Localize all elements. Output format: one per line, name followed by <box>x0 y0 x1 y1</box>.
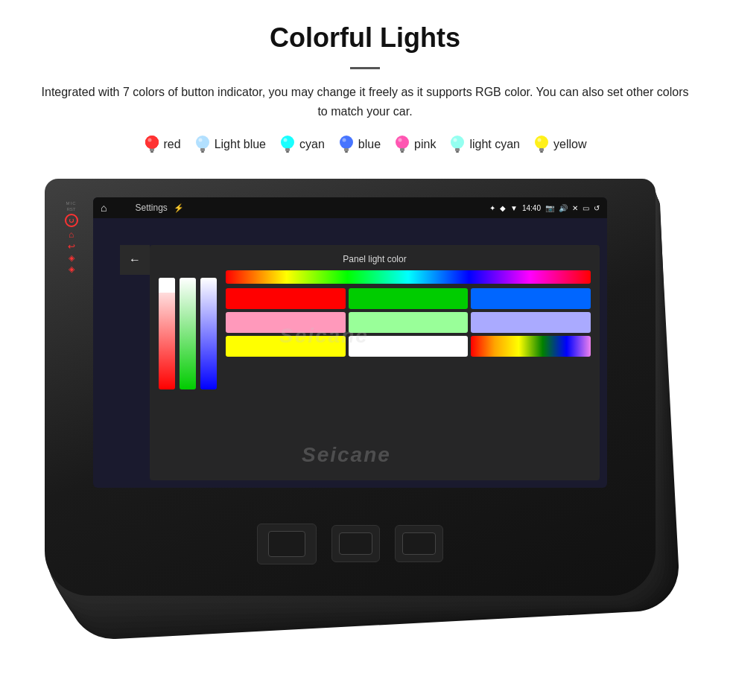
vol-up-red[interactable]: ◈ <box>51 253 92 263</box>
connector-right <box>395 525 443 562</box>
swatch-green[interactable] <box>349 288 469 309</box>
back-button-red[interactable]: ↩ <box>51 241 92 252</box>
svg-rect-7 <box>200 148 205 151</box>
svg-rect-28 <box>540 151 543 153</box>
svg-rect-11 <box>285 148 290 151</box>
svg-point-18 <box>396 136 409 149</box>
dialog-content <box>159 270 591 471</box>
color-label-blue: blue <box>358 138 381 151</box>
device-screen: ⌂ Settings ⚡ ✦ ◆ ▼ 14:40 📷 🔊 ✕ ▭ <box>93 197 607 488</box>
lightcyan-bulb-icon <box>449 134 466 155</box>
device-bottom-connectors <box>164 514 536 573</box>
color-label-yellow: yellow <box>553 138 586 151</box>
blue-slider[interactable] <box>200 278 217 389</box>
svg-rect-8 <box>201 151 204 153</box>
swatch-lightblue[interactable] <box>471 312 591 333</box>
color-label-red: red <box>164 138 181 151</box>
color-item-red: red <box>144 134 181 155</box>
swatch-yellow[interactable] <box>226 336 346 357</box>
svg-point-14 <box>340 136 353 149</box>
svg-rect-20 <box>401 151 404 153</box>
color-item-lightcyan: light cyan <box>449 134 520 155</box>
settings-title-bar: Settings <box>135 203 167 213</box>
red-slider[interactable] <box>159 278 175 389</box>
time-display: 14:40 <box>522 204 541 212</box>
svg-rect-15 <box>344 148 349 151</box>
color-label-cyan: cyan <box>299 138 325 151</box>
color-item-pink: pink <box>394 134 436 155</box>
svg-rect-3 <box>150 151 153 153</box>
android-back-icon: ↺ <box>594 204 600 212</box>
svg-rect-19 <box>400 148 404 151</box>
swatch-blue[interactable] <box>471 288 591 309</box>
power-button[interactable] <box>65 214 78 227</box>
device-main: MIC RST ⌂ ↩ ◈ ◈ <box>45 179 656 596</box>
home-button-red[interactable]: ⌂ <box>51 229 92 240</box>
connector-left <box>257 524 317 564</box>
blue-bulb-icon <box>338 134 355 155</box>
green-slider[interactable] <box>180 278 196 389</box>
svg-point-22 <box>451 136 464 149</box>
statusbar-right: ✦ ◆ ▼ 14:40 📷 🔊 ✕ ▭ ↺ <box>489 204 600 212</box>
title-divider <box>350 67 380 69</box>
usb-icon: ⚡ <box>174 203 184 213</box>
color-grid-section <box>226 270 591 471</box>
device-stack: MIC RST ⌂ ↩ ◈ ◈ <box>45 179 685 626</box>
svg-rect-16 <box>345 151 348 153</box>
swatch-lightgreen[interactable] <box>349 312 469 333</box>
svg-rect-24 <box>456 151 459 153</box>
swatch-rainbow[interactable] <box>471 336 591 357</box>
svg-point-29 <box>538 139 542 142</box>
statusbar-left: ⌂ Settings ⚡ <box>101 202 184 214</box>
red-bulb-icon <box>144 134 160 155</box>
color-swatches <box>226 288 591 357</box>
camera-icon: 📷 <box>545 204 554 212</box>
color-item-cyan: cyan <box>279 134 325 155</box>
svg-point-5 <box>147 139 151 142</box>
rainbow-bar <box>226 270 591 284</box>
vol-icon: 🔊 <box>559 204 568 212</box>
svg-point-6 <box>196 136 209 149</box>
svg-point-13 <box>284 139 288 142</box>
android-statusbar: ⌂ Settings ⚡ ✦ ◆ ▼ 14:40 📷 🔊 ✕ ▭ <box>93 197 607 218</box>
color-item-lightblue: Light blue <box>194 134 266 155</box>
yellow-bulb-icon <box>533 134 550 155</box>
svg-rect-12 <box>286 151 289 153</box>
svg-point-4 <box>145 136 159 149</box>
description-text: Integrated with 7 colors of button indic… <box>37 83 693 121</box>
page-title: Colorful Lights <box>270 22 460 54</box>
back-button[interactable]: ← <box>120 245 150 275</box>
swatch-white[interactable] <box>349 336 469 357</box>
color-label-lightcyan: light cyan <box>469 138 520 151</box>
color-item-blue: blue <box>338 134 381 155</box>
color-legend-row: red Light blue cyan <box>144 134 587 155</box>
page-container: Colorful Lights Integrated with 7 colors… <box>0 0 730 700</box>
svg-point-25 <box>454 139 457 142</box>
swatch-pink[interactable] <box>226 312 346 333</box>
window-icon: ▭ <box>583 204 589 212</box>
color-label-lightblue: Light blue <box>215 138 266 151</box>
swatch-red[interactable] <box>226 288 346 309</box>
color-sliders <box>159 270 217 389</box>
svg-rect-23 <box>455 148 460 151</box>
wifi-icon: ▼ <box>510 204 518 212</box>
pink-bulb-icon <box>394 134 410 155</box>
dialog-title: Panel light color <box>159 254 591 264</box>
svg-point-9 <box>198 139 202 142</box>
location-icon: ◆ <box>500 204 506 212</box>
home-nav-icon[interactable]: ⌂ <box>101 202 107 214</box>
color-item-yellow: yellow <box>533 134 586 155</box>
device-area: MIC RST ⌂ ↩ ◈ ◈ <box>30 171 700 633</box>
svg-point-17 <box>342 139 346 142</box>
close-icon: ✕ <box>572 204 578 212</box>
bluetooth-icon: ✦ <box>489 204 495 212</box>
vol-down-red[interactable]: ◈ <box>51 264 92 274</box>
svg-rect-27 <box>539 148 544 151</box>
svg-point-10 <box>281 136 294 149</box>
panel-color-dialog: Panel light color <box>150 245 600 480</box>
cyan-bulb-icon <box>279 134 296 155</box>
svg-point-21 <box>399 139 402 142</box>
connector-center <box>331 525 380 562</box>
back-arrow-icon: ← <box>129 253 141 267</box>
svg-point-26 <box>535 136 548 149</box>
